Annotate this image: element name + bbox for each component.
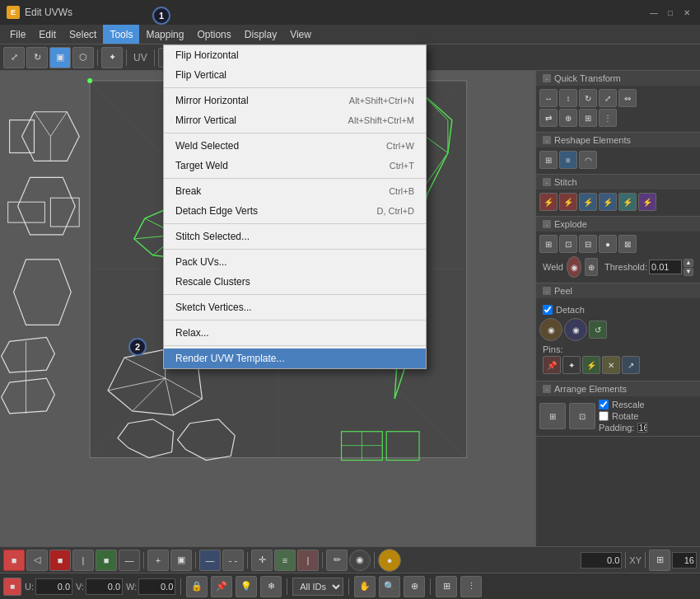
dropdown-mirror-vertical[interactable]: Mirror Vertical Alt+Shift+Ctrl+M — [164, 110, 426, 130]
menu-options[interactable]: Options — [190, 25, 237, 44]
peel-btn1[interactable]: ◉ — [539, 318, 562, 341]
dropdown-render-uvw-template[interactable]: Render UVW Template... — [164, 349, 426, 368]
bt-cross-btn[interactable]: ✛ — [251, 550, 273, 571]
threshold-down-btn[interactable]: ▼ — [684, 268, 693, 276]
sb-grid-icon-btn[interactable]: ⊞ — [436, 576, 457, 597]
dropdown-stitch-selected[interactable]: Stitch Selected... — [164, 227, 426, 246]
qt-rotate-btn[interactable]: ↻ — [579, 89, 597, 107]
pin-btn4[interactable]: ✕ — [602, 356, 620, 374]
sb-icon-btn[interactable]: ■ — [3, 578, 21, 596]
quick-transform-header[interactable]: - Quick Transform — [536, 71, 700, 86]
u-value-input[interactable] — [35, 578, 72, 595]
qt-flip-h-btn[interactable]: ⇔ — [618, 89, 637, 107]
re-loop-btn[interactable]: ◠ — [579, 151, 597, 169]
qt-center-btn[interactable]: ⊕ — [559, 109, 577, 127]
dropdown-target-weld[interactable]: Target Weld Ctrl+T — [164, 156, 426, 175]
explode-btn1[interactable]: ⊞ — [539, 235, 558, 253]
maximize-button[interactable]: □ — [664, 6, 677, 19]
dropdown-flip-horizontal[interactable]: Flip Horizontal — [164, 45, 426, 65]
dropdown-weld-selected[interactable]: Weld Selected Ctrl+W — [164, 136, 426, 156]
qt-scale-btn[interactable]: ⤢ — [599, 89, 617, 107]
qt-move-u-btn[interactable]: ↔ — [539, 89, 558, 107]
bt-yellow-sphere-btn[interactable]: ● — [378, 549, 401, 572]
explode-btn3[interactable]: ⊟ — [579, 235, 597, 253]
re-collapse-btn[interactable]: - — [543, 136, 551, 144]
dropdown-detach-edge-verts[interactable]: Detach Edge Verts D, Ctrl+D — [164, 201, 426, 221]
menu-tools[interactable]: Tools — [103, 25, 139, 44]
qt-collapse-btn[interactable]: - — [543, 74, 551, 82]
bt-grid-btn[interactable]: ⊞ — [649, 550, 670, 571]
sb-zoom-btn[interactable]: 🔍 — [379, 576, 400, 597]
dropdown-relax[interactable]: Relax... — [164, 323, 426, 343]
all-ids-select[interactable]: All IDs — [292, 578, 343, 596]
peel-collapse-btn[interactable]: - — [543, 287, 551, 295]
v-value-input[interactable] — [86, 578, 123, 595]
ae-btn1[interactable]: ⊞ — [539, 403, 566, 429]
menu-edit[interactable]: Edit — [32, 25, 63, 44]
bt-brush-btn[interactable]: ✏ — [326, 550, 348, 571]
threshold-input[interactable]: 0.01 — [649, 260, 682, 274]
grid-value-input[interactable] — [672, 552, 697, 569]
close-button[interactable]: ✕ — [680, 6, 693, 19]
pan-tool-btn[interactable]: ⤢ — [3, 47, 25, 68]
bt-dash-btn[interactable]: - - — [222, 550, 244, 571]
menu-view[interactable]: View — [283, 25, 318, 44]
threshold-up-btn[interactable]: ▲ — [684, 259, 693, 267]
rotate-tool-btn[interactable]: ↻ — [26, 47, 48, 68]
sb-extra-btn[interactable]: ⋮ — [460, 576, 482, 597]
sb-hand-btn[interactable]: ✋ — [354, 576, 376, 597]
explode-btn4[interactable]: ● — [599, 235, 617, 253]
peel-btn3[interactable]: ↺ — [589, 321, 607, 339]
dropdown-mirror-horizontal[interactable]: Mirror Horizontal Alt+Shift+Ctrl+N — [164, 91, 426, 110]
sb-zoom2-btn[interactable]: ⊕ — [404, 576, 425, 597]
explode-header[interactable]: - Explode — [536, 217, 700, 232]
re-align-btn[interactable]: ≡ — [559, 151, 577, 169]
rotate-checkbox[interactable] — [599, 411, 609, 421]
pin-btn5[interactable]: ↗ — [622, 356, 640, 374]
freeform-btn[interactable]: ⬡ — [72, 47, 94, 68]
menu-file[interactable]: File — [3, 25, 32, 44]
ae-btn2[interactable]: ⊡ — [569, 403, 595, 429]
select-box-btn[interactable]: ▣ — [49, 47, 71, 68]
explode-btn2[interactable]: ⊡ — [559, 235, 577, 253]
sb-lock-btn[interactable]: 🔒 — [186, 576, 208, 597]
peel-header[interactable]: - Peel — [536, 283, 700, 298]
stitch-btn2[interactable]: ⚡ — [559, 193, 577, 211]
bt-btn5[interactable]: ■ — [96, 550, 117, 571]
menu-display[interactable]: Display — [238, 25, 283, 44]
bt-add-btn[interactable]: + — [147, 550, 169, 571]
bt-select-btn[interactable]: ▣ — [170, 550, 192, 571]
bt-btn3[interactable]: ■ — [49, 550, 71, 571]
dropdown-sketch-vertices[interactable]: Sketch Vertices... — [164, 297, 426, 317]
pin-btn3[interactable]: ⚡ — [582, 356, 600, 374]
rescale-checkbox[interactable] — [599, 400, 609, 409]
arrange-elements-header[interactable]: - Arrange Elements — [536, 381, 700, 396]
stitch-btn5[interactable]: ⚡ — [618, 193, 637, 211]
dropdown-pack-uvs[interactable]: Pack UVs... — [164, 252, 426, 272]
sb-pin-btn[interactable]: 📌 — [211, 576, 232, 597]
bt-btn6[interactable]: — — [119, 550, 140, 571]
stitch-header[interactable]: - Stitch — [536, 175, 700, 190]
bt-line-btn[interactable]: — — [199, 550, 221, 571]
re-grid-btn[interactable]: ⊞ — [539, 151, 558, 169]
ae-collapse-btn[interactable]: - — [543, 385, 551, 393]
bt-btn1[interactable]: ■ — [3, 550, 25, 571]
reshape-elements-header[interactable]: - Reshape Elements — [536, 133, 700, 147]
sb-light-btn[interactable]: 💡 — [236, 576, 257, 597]
bt-btn4[interactable]: | — [72, 550, 94, 571]
stitch-btn3[interactable]: ⚡ — [579, 193, 597, 211]
qt-extra-btn[interactable]: ⋮ — [599, 109, 617, 127]
dropdown-flip-vertical[interactable]: Flip Vertical — [164, 65, 426, 85]
vertex-mode-btn[interactable]: ✦ — [101, 47, 123, 68]
dropdown-break[interactable]: Break Ctrl+B — [164, 181, 426, 201]
pin-btn2[interactable]: ✦ — [562, 356, 581, 374]
qt-move-v-btn[interactable]: ↕ — [559, 89, 577, 107]
padding-input[interactable] — [637, 423, 647, 433]
stitch-btn4[interactable]: ⚡ — [599, 193, 617, 211]
menu-mapping[interactable]: Mapping — [139, 25, 190, 44]
bt-btn2[interactable]: ◁ — [26, 550, 48, 571]
dropdown-rescale-clusters[interactable]: Rescale Clusters — [164, 272, 426, 292]
qt-align-btn[interactable]: ⇄ — [539, 109, 558, 127]
stitch-collapse-btn[interactable]: - — [543, 178, 551, 186]
bt-hline-btn[interactable]: ≡ — [274, 550, 296, 571]
